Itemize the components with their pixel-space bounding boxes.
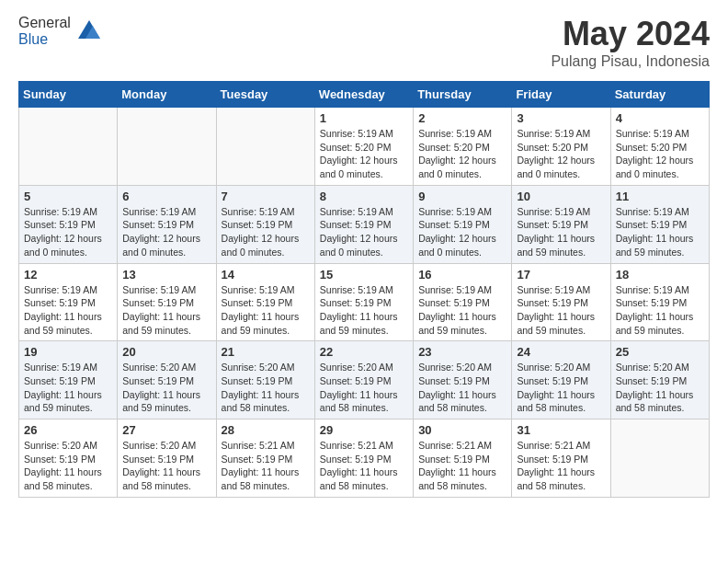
day-info: Sunrise: 5:19 AM Sunset: 5:19 PM Dayligh… [320, 283, 408, 338]
day-info: Sunrise: 5:19 AM Sunset: 5:19 PM Dayligh… [24, 205, 112, 259]
calendar-cell: 6Sunrise: 5:19 AM Sunset: 5:19 PM Daylig… [118, 185, 216, 263]
logo-icon [74, 17, 104, 46]
weekday-header-saturday: Saturday [610, 82, 709, 108]
calendar-cell: 22Sunrise: 5:20 AM Sunset: 5:19 PM Dayli… [314, 341, 413, 419]
weekday-header-tuesday: Tuesday [216, 82, 314, 108]
day-number: 31 [517, 423, 605, 437]
day-info: Sunrise: 5:19 AM Sunset: 5:19 PM Dayligh… [616, 283, 704, 338]
day-number: 1 [320, 111, 408, 125]
day-info: Sunrise: 5:19 AM Sunset: 5:20 PM Dayligh… [418, 127, 506, 181]
day-number: 29 [320, 423, 408, 437]
day-info: Sunrise: 5:21 AM Sunset: 5:19 PM Dayligh… [418, 439, 506, 493]
logo-general-text: General [18, 15, 71, 30]
day-number: 28 [222, 423, 310, 437]
calendar-cell: 4Sunrise: 5:19 AM Sunset: 5:20 PM Daylig… [610, 108, 709, 186]
weekday-header-friday: Friday [512, 82, 610, 108]
weekday-header-thursday: Thursday [414, 82, 512, 108]
day-number: 10 [517, 190, 605, 203]
day-number: 5 [24, 190, 112, 203]
calendar-cell: 29Sunrise: 5:21 AM Sunset: 5:19 PM Dayli… [314, 419, 413, 498]
day-number: 6 [122, 190, 210, 203]
day-number: 25 [616, 345, 704, 359]
day-number: 2 [418, 111, 506, 125]
day-info: Sunrise: 5:20 AM Sunset: 5:19 PM Dayligh… [222, 361, 310, 415]
calendar-table: SundayMondayTuesdayWednesdayThursdayFrid… [18, 81, 710, 498]
calendar-cell: 21Sunrise: 5:20 AM Sunset: 5:19 PM Dayli… [216, 341, 314, 419]
week-row-1: 1Sunrise: 5:19 AM Sunset: 5:20 PM Daylig… [19, 108, 710, 186]
title-block: May 2024 Pulang Pisau, Indonesia [551, 15, 710, 70]
calendar-cell: 8Sunrise: 5:19 AM Sunset: 5:19 PM Daylig… [314, 185, 413, 263]
day-number: 24 [517, 345, 605, 359]
location: Pulang Pisau, Indonesia [551, 53, 710, 70]
calendar-cell: 17Sunrise: 5:19 AM Sunset: 5:19 PM Dayli… [512, 263, 610, 341]
calendar-cell: 7Sunrise: 5:19 AM Sunset: 5:19 PM Daylig… [216, 185, 314, 263]
day-number: 23 [418, 345, 506, 359]
logo-blue-text: Blue [18, 31, 48, 47]
page-header: General Blue May 2024 Pulang Pisau, Indo… [18, 15, 710, 70]
calendar-cell: 15Sunrise: 5:19 AM Sunset: 5:19 PM Dayli… [314, 263, 413, 341]
day-number: 8 [320, 190, 408, 203]
day-info: Sunrise: 5:21 AM Sunset: 5:19 PM Dayligh… [517, 439, 605, 493]
weekday-header-monday: Monday [118, 82, 216, 108]
calendar-cell [19, 108, 118, 186]
day-info: Sunrise: 5:19 AM Sunset: 5:19 PM Dayligh… [320, 205, 408, 259]
calendar-cell: 12Sunrise: 5:19 AM Sunset: 5:19 PM Dayli… [19, 263, 118, 341]
calendar-cell: 24Sunrise: 5:20 AM Sunset: 5:19 PM Dayli… [512, 341, 610, 419]
day-number: 27 [122, 423, 210, 437]
day-number: 21 [222, 345, 310, 359]
day-info: Sunrise: 5:19 AM Sunset: 5:19 PM Dayligh… [24, 361, 112, 415]
day-number: 30 [418, 423, 506, 437]
day-info: Sunrise: 5:20 AM Sunset: 5:19 PM Dayligh… [122, 439, 210, 493]
weekday-header-row: SundayMondayTuesdayWednesdayThursdayFrid… [19, 82, 710, 108]
calendar-cell [118, 108, 216, 186]
calendar-cell: 2Sunrise: 5:19 AM Sunset: 5:20 PM Daylig… [414, 108, 512, 186]
day-number: 22 [320, 345, 408, 359]
day-number: 17 [517, 268, 605, 282]
calendar-cell: 3Sunrise: 5:19 AM Sunset: 5:20 PM Daylig… [512, 108, 610, 186]
calendar-cell: 27Sunrise: 5:20 AM Sunset: 5:19 PM Dayli… [118, 419, 216, 498]
day-info: Sunrise: 5:19 AM Sunset: 5:19 PM Dayligh… [122, 205, 210, 259]
week-row-3: 12Sunrise: 5:19 AM Sunset: 5:19 PM Dayli… [19, 263, 710, 341]
day-info: Sunrise: 5:19 AM Sunset: 5:19 PM Dayligh… [616, 205, 704, 259]
day-number: 13 [122, 268, 210, 282]
day-info: Sunrise: 5:20 AM Sunset: 5:19 PM Dayligh… [616, 361, 704, 415]
weekday-header-sunday: Sunday [19, 82, 118, 108]
day-number: 20 [122, 345, 210, 359]
calendar-cell [610, 419, 709, 498]
day-info: Sunrise: 5:19 AM Sunset: 5:20 PM Dayligh… [517, 127, 605, 181]
calendar-cell [216, 108, 314, 186]
calendar-cell: 23Sunrise: 5:20 AM Sunset: 5:19 PM Dayli… [414, 341, 512, 419]
week-row-4: 19Sunrise: 5:19 AM Sunset: 5:19 PM Dayli… [19, 341, 710, 419]
calendar-cell: 19Sunrise: 5:19 AM Sunset: 5:19 PM Dayli… [19, 341, 118, 419]
day-number: 12 [24, 268, 112, 282]
day-info: Sunrise: 5:19 AM Sunset: 5:20 PM Dayligh… [616, 127, 704, 181]
day-number: 16 [418, 268, 506, 282]
day-number: 18 [616, 268, 704, 282]
day-number: 15 [320, 268, 408, 282]
day-number: 26 [24, 423, 112, 437]
calendar-cell: 9Sunrise: 5:19 AM Sunset: 5:19 PM Daylig… [414, 185, 512, 263]
calendar-cell: 14Sunrise: 5:19 AM Sunset: 5:19 PM Dayli… [216, 263, 314, 341]
day-info: Sunrise: 5:20 AM Sunset: 5:19 PM Dayligh… [24, 439, 112, 493]
day-number: 9 [418, 190, 506, 203]
day-info: Sunrise: 5:19 AM Sunset: 5:20 PM Dayligh… [320, 127, 408, 181]
calendar-cell: 28Sunrise: 5:21 AM Sunset: 5:19 PM Dayli… [216, 419, 314, 498]
calendar-cell: 1Sunrise: 5:19 AM Sunset: 5:20 PM Daylig… [314, 108, 413, 186]
day-info: Sunrise: 5:20 AM Sunset: 5:19 PM Dayligh… [320, 361, 408, 415]
day-number: 14 [222, 268, 310, 282]
month-title: May 2024 [551, 15, 710, 53]
day-info: Sunrise: 5:19 AM Sunset: 5:19 PM Dayligh… [24, 283, 112, 338]
day-number: 3 [517, 111, 605, 125]
day-info: Sunrise: 5:19 AM Sunset: 5:19 PM Dayligh… [222, 205, 310, 259]
logo: General Blue [18, 15, 104, 48]
day-info: Sunrise: 5:19 AM Sunset: 5:19 PM Dayligh… [517, 205, 605, 259]
calendar-cell: 18Sunrise: 5:19 AM Sunset: 5:19 PM Dayli… [610, 263, 709, 341]
calendar-cell: 11Sunrise: 5:19 AM Sunset: 5:19 PM Dayli… [610, 185, 709, 263]
calendar-cell: 30Sunrise: 5:21 AM Sunset: 5:19 PM Dayli… [414, 419, 512, 498]
day-info: Sunrise: 5:20 AM Sunset: 5:19 PM Dayligh… [517, 361, 605, 415]
day-info: Sunrise: 5:21 AM Sunset: 5:19 PM Dayligh… [320, 439, 408, 493]
calendar-cell: 16Sunrise: 5:19 AM Sunset: 5:19 PM Dayli… [414, 263, 512, 341]
week-row-5: 26Sunrise: 5:20 AM Sunset: 5:19 PM Dayli… [19, 419, 710, 498]
day-number: 7 [222, 190, 310, 203]
day-info: Sunrise: 5:19 AM Sunset: 5:19 PM Dayligh… [418, 205, 506, 259]
